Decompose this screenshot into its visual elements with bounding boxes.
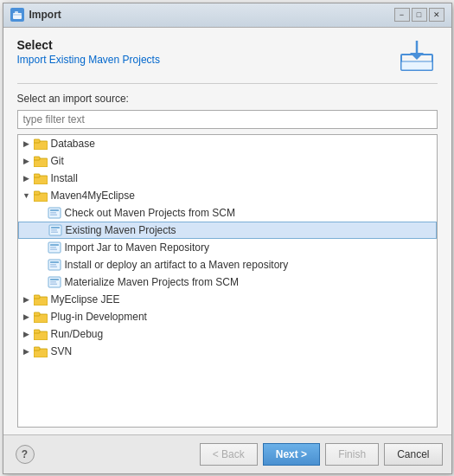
- svg-rect-34: [50, 283, 57, 285]
- footer-buttons: < Back Next > Finish Cancel: [38, 443, 443, 466]
- item-label: Plug-in Development: [51, 311, 147, 323]
- expand-arrow-icon: ▶: [22, 312, 32, 322]
- window-icon: [10, 8, 24, 22]
- folder-icon: [34, 311, 48, 323]
- item-label: Check out Maven Projects from SCM: [65, 207, 235, 219]
- expand-arrow-icon: ▶: [22, 346, 32, 357]
- item-label: Run/Debug: [51, 328, 104, 340]
- svg-rect-40: [34, 330, 40, 333]
- svg-rect-22: [51, 231, 58, 233]
- header-divider: [17, 83, 438, 84]
- item-label: MyEclipse JEE: [51, 293, 120, 306]
- list-item[interactable]: ▼ Maven4MyEclipse: [18, 187, 437, 204]
- maven-item-icon: [48, 223, 62, 237]
- folder-icon: [34, 293, 48, 306]
- close-button[interactable]: ✕: [429, 8, 444, 22]
- svg-rect-25: [50, 247, 56, 248]
- header-import-icon: [396, 38, 438, 74]
- title-bar: Import − □ ✕: [3, 3, 451, 28]
- next-button[interactable]: Next >: [263, 443, 320, 466]
- svg-rect-17: [50, 212, 56, 214]
- svg-rect-32: [50, 279, 59, 280]
- maven-item-icon: [48, 275, 61, 289]
- list-item[interactable]: ▶ Database: [18, 135, 437, 152]
- header-section: Select Import Existing Maven Projects: [17, 38, 438, 74]
- svg-rect-12: [34, 174, 40, 177]
- expand-arrow-icon: ▶: [22, 156, 32, 166]
- source-label: Select an import source:: [17, 93, 438, 105]
- item-label: Git: [51, 155, 64, 167]
- footer-area: ? < Back Next > Finish Cancel: [3, 434, 451, 473]
- list-item[interactable]: Install or deploy an artifact to a Maven…: [18, 256, 437, 273]
- minimize-button[interactable]: −: [394, 8, 410, 22]
- page-subtitle: Import Existing Maven Projects: [17, 54, 160, 66]
- page-title: Select: [17, 38, 160, 52]
- svg-marker-6: [410, 53, 424, 60]
- expand-arrow-icon: ▶: [22, 173, 32, 183]
- svg-rect-28: [50, 261, 59, 263]
- window-controls: − □ ✕: [394, 8, 444, 22]
- item-label: Materialize Maven Projects from SCM: [65, 276, 239, 288]
- list-item[interactable]: Import Jar to Maven Repository: [18, 239, 437, 256]
- list-item[interactable]: ▶ Git: [18, 152, 437, 170]
- svg-rect-20: [51, 227, 60, 228]
- svg-rect-42: [34, 347, 40, 351]
- back-button[interactable]: < Back: [200, 443, 258, 466]
- svg-rect-1: [15, 11, 18, 14]
- svg-rect-0: [13, 13, 22, 19]
- maven-item-icon: [48, 258, 61, 272]
- list-item[interactable]: ▶ MyEclipse JEE: [18, 291, 437, 308]
- svg-rect-10: [34, 157, 40, 160]
- collapse-arrow-icon: ▼: [22, 190, 32, 201]
- list-item[interactable]: ▶ Install: [18, 170, 437, 187]
- svg-rect-16: [50, 209, 59, 211]
- list-item[interactable]: Existing Maven Projects: [18, 222, 437, 239]
- svg-rect-36: [34, 295, 40, 299]
- header-text: Select Import Existing Maven Projects: [17, 38, 160, 66]
- item-label: Existing Maven Projects: [66, 224, 176, 236]
- folder-icon: [34, 190, 48, 202]
- item-label: Install or deploy an artifact to a Maven…: [65, 259, 289, 271]
- cancel-button[interactable]: Cancel: [384, 443, 442, 466]
- item-label: Maven4MyEclipse: [51, 190, 135, 202]
- svg-rect-21: [51, 229, 57, 231]
- expand-arrow-icon: ▶: [22, 294, 32, 305]
- list-item[interactable]: ▶ Run/Debug: [18, 325, 437, 343]
- maximize-button[interactable]: □: [412, 8, 427, 22]
- footer-left: ?: [12, 445, 38, 464]
- folder-icon: [34, 345, 48, 357]
- svg-rect-30: [50, 266, 57, 267]
- expand-arrow-icon: ▶: [22, 138, 32, 149]
- svg-rect-4: [401, 61, 432, 70]
- svg-rect-14: [34, 191, 40, 195]
- item-label: Import Jar to Maven Repository: [65, 241, 209, 254]
- content-area: Select Import Existing Maven Projects Se…: [3, 28, 451, 434]
- svg-rect-33: [50, 281, 56, 283]
- svg-rect-29: [50, 264, 56, 266]
- item-label: Install: [51, 172, 78, 184]
- expand-arrow-icon: ▶: [22, 329, 32, 339]
- svg-rect-8: [34, 139, 40, 143]
- item-label: SVN: [51, 345, 73, 357]
- svg-rect-38: [34, 312, 40, 316]
- folder-icon: [34, 328, 48, 340]
- list-item[interactable]: ▶ SVN: [18, 343, 437, 360]
- maven-item-icon: [48, 206, 61, 220]
- tree-container[interactable]: ▶ Database▶ Git▶ Install▼ Maven4MyEclips…: [17, 134, 438, 428]
- svg-rect-24: [50, 244, 59, 246]
- item-label: Database: [51, 138, 95, 150]
- window-title: Import: [29, 9, 394, 21]
- finish-button[interactable]: Finish: [325, 443, 379, 466]
- maven-item-icon: [48, 241, 61, 254]
- list-item[interactable]: Check out Maven Projects from SCM: [18, 204, 437, 222]
- list-item[interactable]: Materialize Maven Projects from SCM: [18, 273, 437, 291]
- svg-rect-18: [50, 214, 57, 215]
- list-item[interactable]: ▶ Plug-in Development: [18, 308, 437, 325]
- folder-icon: [34, 155, 48, 167]
- svg-rect-26: [50, 248, 57, 250]
- filter-input[interactable]: [17, 110, 438, 129]
- folder-icon: [34, 138, 48, 150]
- help-button[interactable]: ?: [16, 445, 35, 464]
- folder-icon: [34, 172, 48, 184]
- import-dialog: Import − □ ✕ Select Import Existing Mave…: [3, 3, 452, 474]
